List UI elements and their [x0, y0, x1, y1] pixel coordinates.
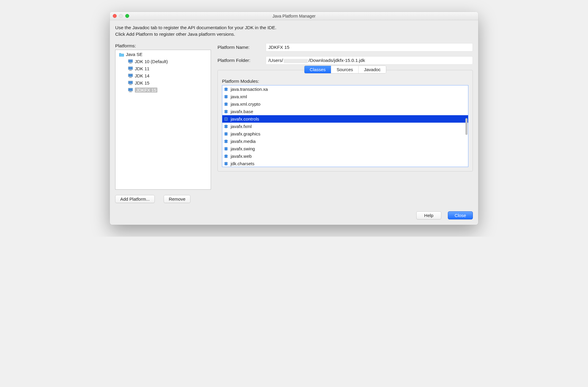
puzzle-icon [223, 131, 229, 136]
module-item-label: java.xml.crypto [231, 102, 260, 107]
tab-sources[interactable]: Sources [331, 66, 359, 73]
hint-line-1: Use the Javadoc tab to register the API … [115, 24, 473, 31]
puzzle-icon [223, 87, 229, 91]
tree-item[interactable]: JDK 10 (Default) [126, 58, 211, 65]
platform-folder-pre: /Users/ [268, 58, 283, 63]
module-item[interactable]: java.transaction.xa [222, 85, 468, 93]
add-platform-button[interactable]: Add Platform... [115, 195, 155, 203]
tabs-strip: ClassesSourcesJavadoc [304, 65, 386, 74]
module-item-label: java.xml [231, 94, 247, 99]
window-minimize-icon [119, 14, 123, 18]
puzzle-icon [223, 116, 229, 121]
hint-text: Use the Javadoc tab to register the API … [115, 24, 473, 38]
puzzle-icon [223, 102, 229, 106]
redacted-username [284, 59, 308, 63]
tree-item-label: JDK 11 [135, 66, 149, 71]
hint-line-2: Click Add Platform to register other Jav… [115, 31, 473, 38]
platforms-label: Platforms: [115, 43, 211, 49]
platform-modules-list[interactable]: java.transaction.xa java.xml java.xml.cr… [222, 85, 468, 167]
monitor-icon [128, 74, 133, 78]
window-zoom-icon[interactable] [125, 14, 129, 18]
module-item[interactable]: javafx.swing [222, 145, 468, 152]
platform-folder-field[interactable]: /Users/ /Downloads/jdkfx-15.0.1.jdk [266, 56, 473, 65]
tree-item[interactable]: JDK 15 [126, 79, 211, 87]
module-item-label: javafx.media [231, 139, 256, 144]
platform-name-label: Platform Name: [218, 45, 262, 50]
monitor-icon [128, 59, 133, 64]
module-item[interactable]: javafx.graphics [222, 130, 468, 138]
titlebar[interactable]: Java Platform Manager [110, 12, 478, 20]
platform-folder-label: Platform Folder: [218, 58, 262, 63]
platform-folder-post: /Downloads/jdkfx-15.0.1.jdk [309, 58, 365, 63]
tree-root-label: Java SE [126, 52, 143, 57]
tab-classes[interactable]: Classes [304, 66, 331, 73]
platforms-tree[interactable]: Java SE JDK 10 (Default) JDK 11 JDK 14 J… [115, 50, 211, 190]
tree-item[interactable]: JDKFX 15 [126, 87, 211, 94]
module-item[interactable]: java.xml.crypto [222, 100, 468, 108]
tabs-panel: ClassesSourcesJavadoc Platform Modules: … [218, 70, 473, 171]
scrollbar-thumb[interactable] [465, 118, 467, 135]
platform-name-value: JDKFX 15 [268, 45, 290, 50]
tree-item-label: JDKFX 15 [135, 88, 157, 93]
window-title: Java Platform Manager [110, 14, 478, 18]
tree-item-label: JDK 10 (Default) [135, 59, 168, 64]
puzzle-icon [223, 154, 229, 158]
tree-item-label: JDK 14 [135, 73, 149, 78]
module-item[interactable]: javafx.controls [222, 115, 468, 123]
folder-icon [119, 52, 124, 57]
module-item-label: java.transaction.xa [231, 87, 268, 92]
java-platform-manager-window: Java Platform Manager Use the Javadoc ta… [110, 12, 478, 225]
help-button[interactable]: Help [416, 211, 441, 219]
tree-item-label: JDK 15 [135, 80, 149, 85]
module-item[interactable]: jdk.charsets [222, 160, 468, 167]
close-button[interactable]: Close [448, 211, 473, 219]
puzzle-icon [223, 94, 229, 99]
module-item-label: javafx.fxml [231, 124, 252, 129]
remove-platform-button[interactable]: Remove [164, 195, 190, 203]
platform-modules-label: Platform Modules: [222, 79, 468, 84]
module-item[interactable]: javafx.media [222, 138, 468, 145]
puzzle-icon [223, 124, 229, 129]
monitor-icon [128, 81, 133, 85]
module-item[interactable]: javafx.fxml [222, 123, 468, 130]
module-item-label: javafx.controls [231, 116, 259, 121]
window-close-icon[interactable] [113, 14, 117, 18]
module-item[interactable]: javafx.base [222, 108, 468, 115]
monitor-icon [128, 66, 133, 71]
puzzle-icon [223, 161, 229, 166]
tab-javadoc[interactable]: Javadoc [359, 66, 386, 73]
module-item-label: javafx.base [231, 109, 253, 114]
tree-item[interactable]: JDK 14 [126, 72, 211, 79]
module-item-label: jdk.charsets [231, 161, 254, 166]
platform-name-field[interactable]: JDKFX 15 [266, 43, 473, 52]
module-item-label: javafx.swing [231, 146, 255, 151]
tree-item[interactable]: JDK 11 [126, 65, 211, 72]
puzzle-icon [223, 109, 229, 114]
puzzle-icon [223, 139, 229, 143]
module-item[interactable]: javafx.web [222, 152, 468, 160]
tree-root-item[interactable]: Java SE [117, 51, 211, 58]
puzzle-icon [223, 146, 229, 151]
monitor-icon [128, 88, 133, 92]
module-item[interactable]: java.xml [222, 93, 468, 100]
module-item-label: javafx.graphics [231, 131, 260, 136]
module-item-label: javafx.web [231, 154, 252, 159]
